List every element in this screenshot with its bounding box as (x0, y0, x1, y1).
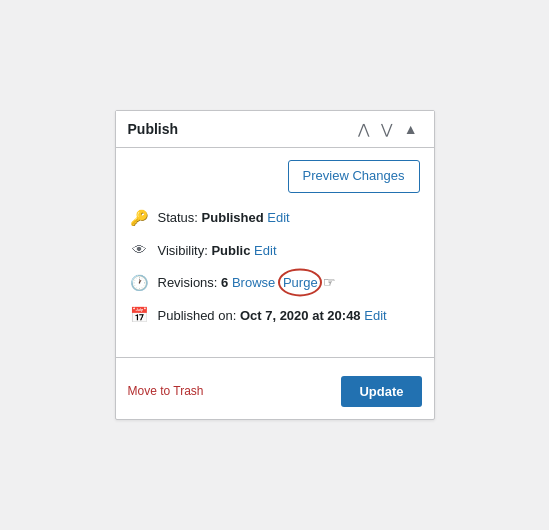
drag-icon[interactable]: ▲ (400, 119, 422, 139)
published-edit-link[interactable]: Edit (364, 308, 386, 323)
visibility-label: Visibility: (158, 243, 212, 258)
revisions-value: 6 (221, 275, 228, 290)
purge-wrapper: Purge ☞ (283, 275, 336, 290)
eye-icon: 👁 (130, 239, 150, 262)
revisions-label: Revisions: (158, 275, 222, 290)
collapse-down-icon[interactable]: ⋁ (377, 119, 396, 139)
move-to-trash-link[interactable]: Move to Trash (128, 384, 204, 398)
status-edit-link[interactable]: Edit (267, 210, 289, 225)
status-row: 🔑 Status: Published Edit (130, 207, 420, 230)
widget-header: Publish ⋀ ⋁ ▲ (116, 111, 434, 148)
revisions-icon: 🕐 (130, 272, 150, 295)
purge-circle-container: Purge (283, 273, 318, 293)
revisions-row: 🕐 Revisions: 6 Browse Purge ☞ (130, 272, 420, 295)
footer-divider (116, 357, 434, 358)
visibility-edit-link[interactable]: Edit (254, 243, 276, 258)
status-value: Published (202, 210, 264, 225)
visibility-row: 👁 Visibility: Public Edit (130, 239, 420, 262)
update-button[interactable]: Update (341, 376, 421, 407)
publish-widget: Publish ⋀ ⋁ ▲ Preview Changes 🔑 Status: … (115, 110, 435, 419)
status-text: Status: Published Edit (158, 208, 290, 228)
published-text: Published on: Oct 7, 2020 at 20:48 Edit (158, 306, 387, 326)
revisions-text: Revisions: 6 Browse Purge ☞ (158, 272, 337, 293)
preview-changes-button[interactable]: Preview Changes (288, 160, 420, 192)
collapse-up-icon[interactable]: ⋀ (354, 119, 373, 139)
widget-body: Preview Changes 🔑 Status: Published Edit… (116, 148, 434, 346)
meta-rows: 🔑 Status: Published Edit 👁 Visibility: P… (130, 207, 420, 327)
revisions-purge-link[interactable]: Purge (283, 275, 318, 290)
calendar-icon: 📅 (130, 304, 150, 327)
published-row: 📅 Published on: Oct 7, 2020 at 20:48 Edi… (130, 304, 420, 327)
status-label: Status: (158, 210, 202, 225)
key-icon: 🔑 (130, 207, 150, 230)
widget-title: Publish (128, 121, 179, 137)
preview-row: Preview Changes (130, 160, 420, 192)
visibility-text: Visibility: Public Edit (158, 241, 277, 261)
cursor-icon: ☞ (323, 272, 336, 293)
visibility-value: Public (211, 243, 250, 258)
widget-footer: Move to Trash Update (116, 368, 434, 419)
published-label: Published on: (158, 308, 240, 323)
revisions-browse-link[interactable]: Browse (232, 275, 275, 290)
published-value: Oct 7, 2020 at 20:48 (240, 308, 361, 323)
header-icons: ⋀ ⋁ ▲ (354, 119, 422, 139)
